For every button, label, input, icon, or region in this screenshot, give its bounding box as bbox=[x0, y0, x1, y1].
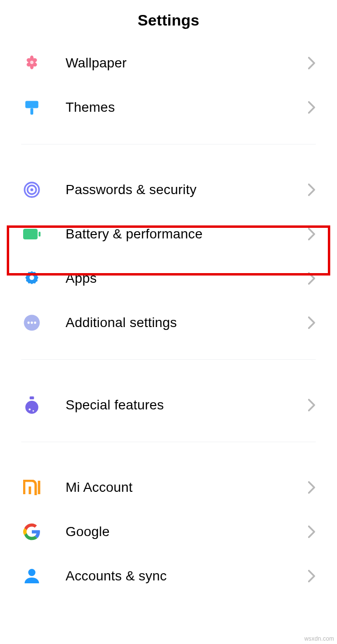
row-google-label: Google bbox=[66, 524, 308, 539]
gear-icon bbox=[21, 268, 42, 289]
row-additional-settings[interactable]: Additional settings bbox=[0, 301, 337, 345]
row-wallpaper[interactable]: Wallpaper bbox=[0, 41, 337, 85]
ellipsis-circle-icon bbox=[21, 312, 42, 333]
chevron-right-icon bbox=[308, 272, 316, 285]
svg-rect-6 bbox=[23, 229, 38, 239]
chevron-right-icon bbox=[308, 570, 316, 582]
row-accounts-sync[interactable]: Accounts & sync bbox=[0, 554, 337, 598]
svg-point-16 bbox=[33, 410, 34, 412]
battery-icon bbox=[21, 223, 42, 245]
row-google[interactable]: Google bbox=[0, 510, 337, 554]
svg-point-10 bbox=[27, 322, 30, 324]
chevron-right-icon bbox=[308, 228, 316, 240]
svg-rect-13 bbox=[30, 396, 34, 399]
row-battery-performance[interactable]: Battery & performance bbox=[0, 212, 337, 256]
person-icon bbox=[21, 565, 42, 587]
row-mi-account[interactable]: Mi Account bbox=[0, 465, 337, 510]
chevron-right-icon bbox=[308, 399, 316, 411]
settings-group-special: Special features bbox=[0, 383, 337, 427]
flask-icon bbox=[21, 394, 42, 416]
row-themes-label: Themes bbox=[66, 100, 308, 115]
svg-rect-1 bbox=[26, 101, 39, 108]
row-apps[interactable]: Apps bbox=[0, 256, 337, 301]
svg-point-8 bbox=[29, 276, 34, 280]
svg-point-15 bbox=[28, 408, 30, 410]
group-divider bbox=[21, 442, 316, 442]
row-special-features[interactable]: Special features bbox=[0, 383, 337, 427]
fingerprint-icon bbox=[21, 179, 42, 200]
page-title: Settings bbox=[0, 12, 337, 29]
row-themes[interactable]: Themes bbox=[0, 85, 337, 130]
chevron-right-icon bbox=[308, 526, 316, 538]
svg-point-5 bbox=[30, 188, 33, 191]
settings-group-personalization: Wallpaper Themes bbox=[0, 41, 337, 130]
paint-brush-icon bbox=[21, 97, 42, 118]
watermark-text: wsxdn.com bbox=[304, 635, 334, 642]
group-divider bbox=[21, 144, 316, 145]
flower-icon bbox=[21, 53, 42, 74]
svg-point-0 bbox=[30, 61, 34, 64]
chevron-right-icon bbox=[308, 481, 316, 494]
svg-rect-7 bbox=[39, 232, 40, 237]
settings-group-system: Passwords & security Battery & performan… bbox=[0, 168, 337, 345]
row-passwords-security[interactable]: Passwords & security bbox=[0, 168, 337, 212]
group-divider bbox=[21, 359, 316, 360]
row-battery-performance-label: Battery & performance bbox=[66, 226, 308, 242]
chevron-right-icon bbox=[308, 57, 316, 69]
row-additional-settings-label: Additional settings bbox=[66, 315, 308, 330]
row-passwords-security-label: Passwords & security bbox=[66, 182, 308, 197]
svg-point-11 bbox=[31, 322, 33, 324]
svg-rect-2 bbox=[30, 108, 33, 115]
chevron-right-icon bbox=[308, 101, 316, 114]
mi-logo-icon bbox=[21, 477, 42, 498]
row-apps-label: Apps bbox=[66, 271, 308, 286]
row-wallpaper-label: Wallpaper bbox=[66, 55, 308, 71]
row-special-features-label: Special features bbox=[66, 397, 308, 413]
chevron-right-icon bbox=[308, 184, 316, 196]
svg-point-14 bbox=[26, 401, 39, 414]
svg-point-12 bbox=[34, 322, 36, 324]
svg-point-20 bbox=[28, 569, 36, 576]
settings-group-accounts: Mi Account Google bbox=[0, 465, 337, 598]
row-accounts-sync-label: Accounts & sync bbox=[66, 568, 308, 584]
row-mi-account-label: Mi Account bbox=[66, 480, 308, 495]
google-logo-icon bbox=[21, 521, 42, 542]
chevron-right-icon bbox=[308, 316, 316, 329]
